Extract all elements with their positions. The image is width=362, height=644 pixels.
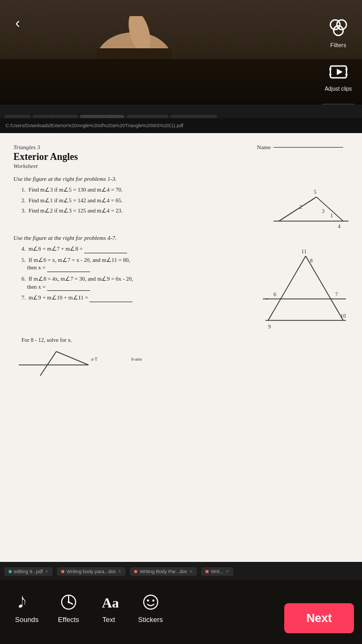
name-label: Name — [257, 144, 271, 150]
svg-text:1: 1 — [330, 213, 333, 218]
problem-6: 6. If m∠8 = 4x, m∠7 = 30, and m∠9 = 6x -… — [13, 275, 263, 291]
file-name-pdf: editing 9...pdf — [14, 569, 43, 574]
problems-4-7: 4. m∠6 + m∠7 + m∠8 = 5. If m∠6 = x, m∠7 … — [13, 245, 263, 331]
svg-point-50 — [68, 601, 70, 603]
text-icon: Aa — [99, 592, 119, 612]
file-caret-2: ∧ — [118, 569, 121, 574]
file-chip-doc3[interactable]: Writ... ∧ — [201, 567, 233, 576]
taskbar-text-button[interactable]: Aa Text — [89, 587, 129, 629]
back-chevron-icon: ‹ — [15, 14, 20, 32]
browser-url-bar[interactable]: C:/Users/Downloads/Exterior%20Angle%20of… — [0, 118, 362, 133]
svg-marker-7 — [337, 69, 343, 75]
svg-text:a·T: a·T — [91, 356, 98, 362]
taskbar-sounds-button[interactable]: 𝅘𝅥𝅮 Sounds — [5, 587, 48, 629]
svg-line-30 — [268, 256, 306, 320]
worksheet-area: Name Triangles 3 Exterior Angles Workshe… — [0, 133, 362, 568]
text-label: Text — [102, 616, 115, 624]
problem-2: 2. Find m∠1 if m∠5 = 142 and m∠4 = 65. — [13, 197, 274, 205]
taskbar-stickers-button[interactable]: Stickers — [129, 587, 173, 629]
adjust-clips-button[interactable]: Adjust clips — [324, 60, 352, 92]
adjust-clips-label: Adjust clips — [324, 86, 352, 92]
problem-1: 1. Find m∠3 if m∠5 = 130 and m∠4 = 70. — [13, 186, 274, 194]
section-1: 1. Find m∠3 if m∠5 = 130 and m∠4 = 70. 2… — [13, 186, 349, 229]
filters-icon — [327, 16, 350, 40]
taskbar-effects-button[interactable]: Effects — [48, 587, 89, 629]
name-underline — [274, 147, 343, 148]
problem-7: 7. m∠9 + m∠10 + m∠11 = — [13, 294, 263, 302]
problem-5: 5. If m∠6 = x, m∠7 = x - 20, and m∠11 = … — [13, 257, 263, 272]
svg-line-20 — [279, 197, 316, 221]
file-dot-red2 — [134, 570, 137, 573]
stickers-icon — [141, 592, 161, 612]
files-strip: editing 9...pdf ∧ Writing body para...do… — [0, 562, 362, 581]
svg-text:9: 9 — [268, 324, 271, 330]
svg-line-42 — [56, 352, 88, 365]
diagram-2: 11 8 6 7 10 9 — [263, 245, 349, 331]
video-top-area — [0, 0, 362, 107]
svg-point-5 — [334, 26, 343, 35]
svg-text:5: 5 — [314, 189, 316, 195]
file-caret-3: ∧ — [189, 569, 193, 574]
svg-point-52 — [144, 595, 158, 609]
effects-icon — [58, 592, 79, 612]
worksheet-title: Exterior Angles — [13, 151, 349, 163]
file-chip-pdf[interactable]: editing 9...pdf ∧ — [4, 567, 53, 576]
filters-button[interactable]: Filters — [327, 16, 350, 48]
worksheet-type: Worksheet — [13, 163, 349, 169]
file-caret: ∧ — [45, 569, 48, 574]
svg-line-43 — [40, 352, 56, 376]
adjust-clips-icon — [327, 60, 350, 84]
back-button[interactable]: ‹ — [8, 13, 27, 33]
file-dot-green — [9, 570, 12, 573]
file-chip-doc1[interactable]: Writing body para...doc ∧ — [57, 567, 125, 576]
file-dot-red1 — [61, 570, 64, 573]
svg-text:4: 4 — [338, 223, 341, 229]
file-dot-red3 — [205, 570, 209, 573]
file-caret-4: ∧ — [226, 569, 229, 574]
svg-text:8: 8 — [310, 258, 313, 264]
svg-line-31 — [306, 256, 343, 320]
svg-text:6: 6 — [274, 291, 276, 297]
sounds-label: Sounds — [15, 616, 39, 624]
file-name-doc3: Writ... — [211, 569, 223, 574]
stickers-label: Stickers — [138, 616, 163, 624]
video-container: ‹ Filters — [0, 0, 362, 644]
svg-point-4 — [337, 20, 346, 30]
svg-text:10: 10 — [341, 313, 346, 319]
diagram-3-area: a·T b·ano — [13, 349, 349, 381]
worksheet-instruction-2: Use the figure at the right for problems… — [13, 235, 349, 241]
file-name-doc2: Writing Body Par...doc — [139, 569, 187, 574]
svg-text:7: 7 — [335, 291, 338, 297]
section-2: 4. m∠6 + m∠7 + m∠8 = 5. If m∠6 = x, m∠7 … — [13, 245, 349, 331]
svg-line-21 — [316, 197, 343, 221]
svg-text:3: 3 — [322, 208, 324, 214]
next-button[interactable]: Next — [284, 603, 354, 633]
bottom-taskbar: 𝅘𝅥𝅮 Sounds Effects — [0, 580, 362, 644]
filters-label: Filters — [330, 42, 346, 48]
browser-url-text: C:/Users/Downloads/Exterior%20Angle%20of… — [5, 123, 183, 128]
problem-3: 3. Find m∠2 if m∠3 = 125 and m∠4 = 23. — [13, 207, 274, 215]
svg-text:𝅘𝅥𝅮: 𝅘𝅥𝅮 — [19, 596, 26, 608]
music-note-icon: 𝅘𝅥𝅮 — [17, 592, 37, 612]
svg-text:b·ano: b·ano — [131, 356, 142, 362]
problem-4: 4. m∠6 + m∠7 + m∠8 = — [13, 245, 263, 253]
problems-1-3: 1. Find m∠3 if m∠5 = 130 and m∠4 = 70. 2… — [13, 186, 274, 229]
svg-text:11: 11 — [301, 248, 307, 254]
file-name-doc1: Writing body para...doc — [67, 569, 116, 574]
svg-point-53 — [147, 599, 149, 602]
name-field-area: Name — [257, 144, 343, 150]
file-chip-doc2[interactable]: Writing Body Par...doc ∧ — [130, 567, 197, 576]
svg-text:Aa: Aa — [102, 595, 119, 611]
svg-point-54 — [152, 599, 154, 602]
svg-text:2: 2 — [299, 204, 302, 210]
problem-8-12-label: For 8 - 12, solve for x. — [13, 336, 349, 345]
effects-label: Effects — [58, 616, 79, 624]
worksheet-instruction-1: Use the figure at the right for problems… — [13, 175, 349, 182]
diagram-1: 5 2 3 1 4 — [274, 186, 349, 229]
